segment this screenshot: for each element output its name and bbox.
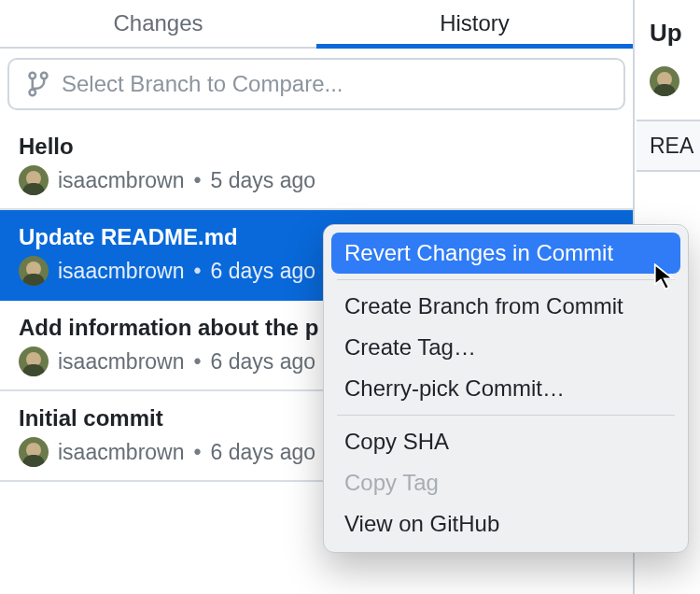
separator-dot: • [194, 259, 202, 284]
menu-copy-tag: Copy Tag [331, 462, 680, 503]
commit-author: isaacmbrown [58, 259, 185, 284]
avatar [650, 66, 679, 96]
commit-author: isaacmbrown [58, 440, 185, 465]
avatar [19, 437, 49, 467]
sidebar-tabs: Changes History [0, 0, 633, 49]
menu-separator [337, 415, 675, 416]
commit-context-menu: Revert Changes in Commit Create Branch f… [323, 224, 689, 553]
commit-item[interactable]: Hello isaacmbrown • 5 days ago [0, 120, 633, 210]
menu-view-on-github[interactable]: View on GitHub [331, 503, 680, 544]
detail-author-row [637, 48, 700, 96]
commit-time: 6 days ago [211, 259, 316, 284]
file-name: REA [650, 134, 693, 159]
menu-cherry-pick[interactable]: Cherry-pick Commit… [331, 368, 680, 409]
commit-meta: isaacmbrown • 5 days ago [19, 165, 614, 195]
separator-dot: • [194, 440, 202, 465]
avatar [19, 256, 49, 286]
commit-time: 6 days ago [211, 349, 316, 375]
branch-selector-placeholder: Select Branch to Compare... [62, 71, 343, 97]
menu-copy-sha[interactable]: Copy SHA [331, 421, 680, 462]
separator-dot: • [194, 168, 202, 193]
changed-file-row[interactable]: REA [637, 120, 700, 172]
tab-label: Changes [113, 10, 203, 36]
avatar [19, 346, 49, 376]
tab-changes[interactable]: Changes [0, 0, 316, 47]
commit-title: Hello [19, 134, 614, 160]
menu-create-branch[interactable]: Create Branch from Commit [331, 286, 680, 327]
branch-selector-container: Select Branch to Compare... [0, 49, 633, 120]
branch-compare-selector[interactable]: Select Branch to Compare... [7, 58, 625, 110]
menu-separator [337, 279, 675, 280]
avatar [19, 165, 49, 195]
tab-label: History [440, 10, 510, 36]
separator-dot: • [194, 349, 202, 375]
commit-time: 5 days ago [211, 168, 316, 193]
tab-history[interactable]: History [316, 0, 633, 47]
commit-author: isaacmbrown [58, 168, 185, 193]
git-branch-icon [26, 71, 50, 97]
detail-title: Up [637, 0, 700, 48]
commit-time: 6 days ago [211, 440, 316, 465]
menu-revert-changes[interactable]: Revert Changes in Commit [331, 233, 680, 274]
menu-create-tag[interactable]: Create Tag… [331, 327, 680, 368]
commit-author: isaacmbrown [58, 349, 185, 375]
